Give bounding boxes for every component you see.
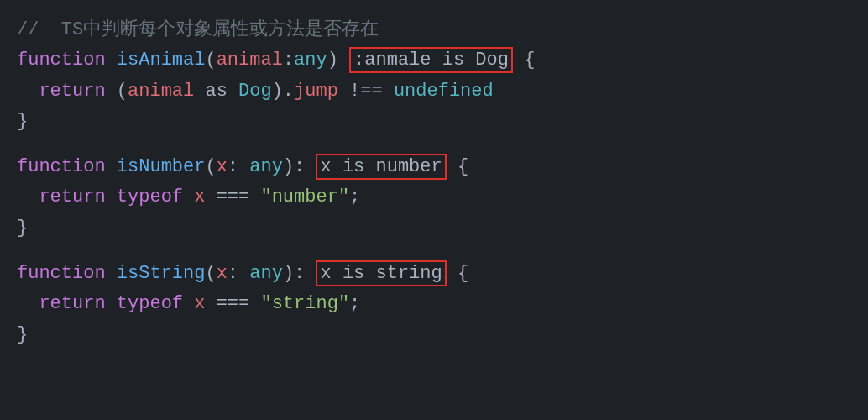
string-string: "string" [260,293,349,314]
paren-2: ( [205,156,216,177]
paren: ( [205,50,216,71]
brace-close-3: } [17,324,28,345]
type-any: any [294,50,327,71]
keyword-return-2: return [39,186,105,207]
param-x-3: x [217,263,227,284]
param-x-2: x [194,186,205,207]
paren-3: ( [205,263,216,284]
code-line-7: function isString(x: any): x is string { [17,259,851,289]
fn-name-isanimal: isAnimal [117,50,206,71]
keyword-function-3: function [17,263,106,284]
keyword-typeof-2: typeof [117,293,183,314]
code-line-3: } [17,107,851,137]
highlighted-return-type-1: :anmale is Dog [349,47,513,73]
brace-open-2: { [458,156,468,177]
paren-close: ) [327,50,338,71]
param-animal: animal [217,50,283,71]
colon: : [283,50,294,71]
highlighted-return-type-2: x is number [316,154,446,180]
fn-name-isnumber: isNumber [117,156,206,177]
param-x-1: x [217,156,227,177]
highlighted-return-type-3: x is string [316,260,446,286]
string-number: "number" [260,186,349,207]
param-animal-2: animal [128,81,194,102]
paren-close-3: ) [283,263,294,284]
code-line-6: } [17,213,851,244]
brace-close-1: } [17,111,28,132]
brace-open: { [524,50,535,71]
type-dog: Dog [238,81,272,102]
code-line-8: return typeof x === "string"; [17,289,851,319]
type-any-2: any [249,156,283,177]
type-any-3: any [249,263,283,284]
prop-jump: jump [294,81,338,102]
keyword-function: function [17,50,106,71]
brace-close-2: } [17,218,28,239]
code-line-2: return (animal as Dog).jump !== undefine… [17,76,851,107]
code-line-4: function isNumber(x: any): x is number { [17,152,851,182]
code-line-9: } [17,320,851,350]
undefined-kw: undefined [394,81,494,102]
fn-name-isstring: isString [117,263,206,284]
blank-line-2 [17,244,851,259]
keyword-function-2: function [17,156,106,177]
blank-line-1 [17,137,851,152]
brace-open-3: { [458,263,468,284]
comment-line: // TS中判断每个对象属性或方法是否存在 [17,15,851,45]
keyword-typeof-1: typeof [117,186,183,207]
code-editor: // TS中判断每个对象属性或方法是否存在 function isAnimal(… [0,0,868,365]
code-line-5: return typeof x === "number"; [17,182,851,213]
keyword-return-3: return [39,293,105,314]
paren-close-2: ) [283,156,294,177]
code-line-1: function isAnimal(animal:any) :anmale is… [17,45,851,76]
param-x-4: x [194,293,205,314]
keyword-return: return [39,81,105,102]
